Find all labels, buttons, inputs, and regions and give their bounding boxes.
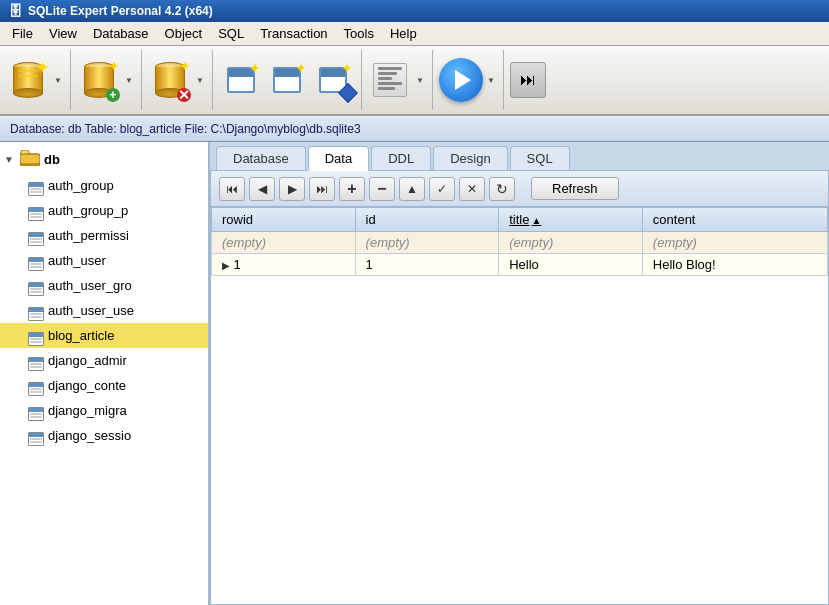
tab-bar: DatabaseDataDDLDesignSQL <box>210 142 829 170</box>
open-db-button[interactable]: ✦ <box>6 52 50 108</box>
menu-item-database[interactable]: Database <box>85 24 157 43</box>
menu-item-tools[interactable]: Tools <box>336 24 382 43</box>
cell-content: Hello Blog! <box>642 254 827 276</box>
col-header-id[interactable]: id <box>355 208 499 232</box>
sidebar-item-django_migra[interactable]: django_migra <box>0 398 208 423</box>
last-record-button[interactable]: ⏭ <box>309 177 335 201</box>
sidebar-table-label: blog_article <box>48 328 115 343</box>
add-db-arrow[interactable]: ▼ <box>123 52 135 108</box>
sidebar-table-label: django_migra <box>48 403 127 418</box>
tab-database[interactable]: Database <box>216 146 306 170</box>
status-text: Database: db Table: blog_article File: C… <box>10 122 361 136</box>
sql-button[interactable] <box>368 52 412 108</box>
table-header-row: rowididtitle▲content <box>212 208 828 232</box>
play-icon <box>455 70 471 90</box>
table-row-empty: (empty)(empty)(empty)(empty) <box>212 232 828 254</box>
confirm-button[interactable]: ✓ <box>429 177 455 201</box>
toolbar: ✦ ▼ + ✦ ▼ <box>0 46 829 116</box>
data-panel: ⏮ ◀ ▶ ⏭ + − ▲ ✓ ✕ ↻ Refresh rowididtitle… <box>210 170 829 605</box>
col-header-content[interactable]: content <box>642 208 827 232</box>
toolbar-group-sql: ▼ <box>368 50 433 110</box>
svg-rect-3 <box>20 154 40 164</box>
table-icon <box>28 350 44 371</box>
new-table-button[interactable]: ✦ <box>219 52 263 108</box>
tab-sql[interactable]: SQL <box>510 146 570 170</box>
new-table-icon: ✦ <box>223 62 259 98</box>
delete-db-arrow[interactable]: ▼ <box>194 52 206 108</box>
titlebar: 🗄 SQLite Expert Personal 4.2 (x64) <box>0 0 829 22</box>
menu-item-file[interactable]: File <box>4 24 41 43</box>
skip-button[interactable]: ⏭ <box>510 62 546 98</box>
table-icon <box>28 175 44 196</box>
prev-record-button[interactable]: ◀ <box>249 177 275 201</box>
table-icon <box>28 325 44 346</box>
next-record-button[interactable]: ▶ <box>279 177 305 201</box>
cell-title: Hello <box>499 254 643 276</box>
table-icon <box>28 425 44 446</box>
db-root-label: db <box>44 152 60 167</box>
col-header-title[interactable]: title▲ <box>499 208 643 232</box>
sidebar-item-django_conte[interactable]: django_conte <box>0 373 208 398</box>
menu-item-help[interactable]: Help <box>382 24 425 43</box>
table-icon <box>28 200 44 221</box>
refresh-button[interactable]: Refresh <box>531 177 619 200</box>
sidebar-item-auth_group_p[interactable]: auth_group_p <box>0 198 208 223</box>
data-table: rowididtitle▲content (empty)(empty)(empt… <box>211 207 828 276</box>
menu-item-view[interactable]: View <box>41 24 85 43</box>
cancel-button[interactable]: ✕ <box>459 177 485 201</box>
tab-ddl[interactable]: DDL <box>371 146 431 170</box>
play-arrow[interactable]: ▼ <box>485 52 497 108</box>
col-header-rowid[interactable]: rowid <box>212 208 356 232</box>
sql-arrow[interactable]: ▼ <box>414 52 426 108</box>
open-db-arrow[interactable]: ▼ <box>52 52 64 108</box>
sidebar-table-label: auth_group_p <box>48 203 128 218</box>
first-record-button[interactable]: ⏮ <box>219 177 245 201</box>
data-icon: ✦ <box>315 62 351 98</box>
sidebar-item-django_admir[interactable]: django_admir <box>0 348 208 373</box>
tab-data[interactable]: Data <box>308 146 369 171</box>
menubar: FileViewDatabaseObjectSQLTransactionTool… <box>0 22 829 46</box>
toolbar-group-tables: ✦ ✦ <box>219 50 362 110</box>
delete-db-button[interactable]: ✕ ✦ <box>148 52 192 108</box>
add-db-button[interactable]: + ✦ <box>77 52 121 108</box>
cell-id: 1 <box>355 254 499 276</box>
play-button[interactable] <box>439 58 483 102</box>
sidebar-item-auth_group[interactable]: auth_group <box>0 173 208 198</box>
sidebar-item-blog_article[interactable]: blog_article <box>0 323 208 348</box>
sidebar-item-auth_permissi[interactable]: auth_permissi <box>0 223 208 248</box>
table-icon <box>28 300 44 321</box>
tree-root-db[interactable]: ▼ db <box>0 146 208 173</box>
data-table-wrap[interactable]: rowididtitle▲content (empty)(empty)(empt… <box>211 207 828 604</box>
delete-record-button[interactable]: − <box>369 177 395 201</box>
cell-empty-title: (empty) <box>499 232 643 254</box>
cell-empty-content: (empty) <box>642 232 827 254</box>
db-folder-icon <box>20 150 40 169</box>
move-up-button[interactable]: ▲ <box>399 177 425 201</box>
table-icon <box>28 225 44 246</box>
table-row[interactable]: ▶ 11HelloHello Blog! <box>212 254 828 276</box>
sidebar-table-label: django_admir <box>48 353 127 368</box>
reload-button[interactable]: ↻ <box>489 177 515 201</box>
sidebar-item-auth_user_gro[interactable]: auth_user_gro <box>0 273 208 298</box>
toolbar-group-delete: ✕ ✦ ▼ <box>148 50 213 110</box>
content-area: DatabaseDataDDLDesignSQL ⏮ ◀ ▶ ⏭ + − ▲ ✓… <box>210 142 829 605</box>
sidebar-table-label: django_conte <box>48 378 126 393</box>
data-button[interactable]: ✦ <box>311 52 355 108</box>
row-indicator: ▶ <box>222 260 230 271</box>
menu-item-object[interactable]: Object <box>157 24 211 43</box>
skip-icon: ⏭ <box>520 71 536 89</box>
add-db-icon: + ✦ <box>81 62 117 98</box>
cell-empty-rowid: (empty) <box>212 232 356 254</box>
add-record-button[interactable]: + <box>339 177 365 201</box>
sidebar-tables: auth_groupauth_group_pauth_permissiauth_… <box>0 173 208 448</box>
table-icon <box>28 275 44 296</box>
tab-design[interactable]: Design <box>433 146 507 170</box>
sidebar[interactable]: ▼ db auth_groupauth_group_pauth_permissi… <box>0 142 210 605</box>
menu-item-transaction[interactable]: Transaction <box>252 24 335 43</box>
sidebar-item-auth_user[interactable]: auth_user <box>0 248 208 273</box>
tree-toggle-db[interactable]: ▼ <box>4 154 16 165</box>
sidebar-item-django_sessio[interactable]: django_sessio <box>0 423 208 448</box>
edit-table-button[interactable]: ✦ <box>265 52 309 108</box>
menu-item-sql[interactable]: SQL <box>210 24 252 43</box>
sidebar-item-auth_user_use[interactable]: auth_user_use <box>0 298 208 323</box>
